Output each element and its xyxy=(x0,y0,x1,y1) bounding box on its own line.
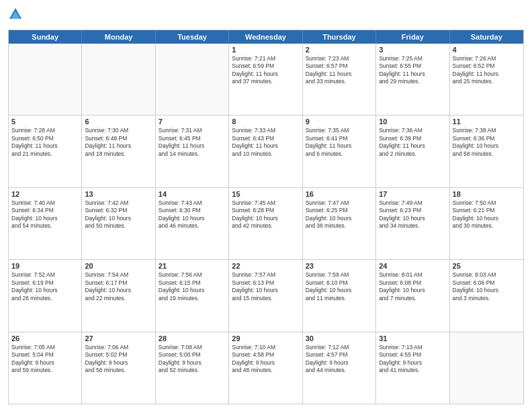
cal-cell: 12Sunrise: 7:40 AM Sunset: 6:34 PM Dayli… xyxy=(9,188,82,259)
cell-info: Sunrise: 7:56 AM Sunset: 6:15 PM Dayligh… xyxy=(159,271,226,302)
cal-cell: 18Sunrise: 7:50 AM Sunset: 6:21 PM Dayli… xyxy=(450,188,523,259)
cell-info: Sunrise: 7:25 AM Sunset: 6:55 PM Dayligh… xyxy=(379,55,446,86)
day-header-saturday: Saturday xyxy=(450,30,523,44)
cell-info: Sunrise: 7:10 AM Sunset: 4:58 PM Dayligh… xyxy=(232,344,299,375)
day-number: 9 xyxy=(306,118,373,126)
day-number: 26 xyxy=(11,334,79,342)
cal-cell: 17Sunrise: 7:49 AM Sunset: 6:23 PM Dayli… xyxy=(376,188,449,259)
cal-cell xyxy=(450,332,523,404)
cal-cell: 5Sunrise: 7:28 AM Sunset: 6:50 PM Daylig… xyxy=(9,116,82,187)
day-header-sunday: Sunday xyxy=(9,30,82,44)
cell-info: Sunrise: 7:13 AM Sunset: 4:55 PM Dayligh… xyxy=(379,344,446,375)
day-number: 15 xyxy=(232,190,299,198)
cell-info: Sunrise: 7:47 AM Sunset: 6:25 PM Dayligh… xyxy=(306,199,373,230)
day-number: 7 xyxy=(159,118,226,126)
cal-cell: 27Sunrise: 7:06 AM Sunset: 5:02 PM Dayli… xyxy=(82,332,155,404)
cal-cell: 23Sunrise: 7:59 AM Sunset: 6:10 PM Dayli… xyxy=(303,260,376,331)
day-number: 5 xyxy=(11,118,79,126)
cell-info: Sunrise: 7:38 AM Sunset: 6:36 PM Dayligh… xyxy=(453,127,521,158)
cal-cell xyxy=(9,44,82,115)
day-number: 3 xyxy=(379,46,446,54)
day-number: 10 xyxy=(379,118,446,126)
day-number: 29 xyxy=(232,334,299,342)
cal-cell: 28Sunrise: 7:08 AM Sunset: 5:00 PM Dayli… xyxy=(156,332,229,404)
cell-info: Sunrise: 7:50 AM Sunset: 6:21 PM Dayligh… xyxy=(453,199,521,230)
cell-info: Sunrise: 7:05 AM Sunset: 5:04 PM Dayligh… xyxy=(11,344,79,375)
cell-info: Sunrise: 7:21 AM Sunset: 6:59 PM Dayligh… xyxy=(232,55,299,86)
cal-cell: 8Sunrise: 7:33 AM Sunset: 6:43 PM Daylig… xyxy=(229,116,302,187)
cal-cell: 16Sunrise: 7:47 AM Sunset: 6:25 PM Dayli… xyxy=(303,188,376,259)
cal-row-4: 19Sunrise: 7:52 AM Sunset: 6:19 PM Dayli… xyxy=(9,260,523,332)
cell-info: Sunrise: 7:30 AM Sunset: 6:48 PM Dayligh… xyxy=(85,127,152,158)
cal-row-1: 1Sunrise: 7:21 AM Sunset: 6:59 PM Daylig… xyxy=(9,44,523,116)
cell-info: Sunrise: 8:01 AM Sunset: 6:08 PM Dayligh… xyxy=(379,271,446,302)
cal-cell: 1Sunrise: 7:21 AM Sunset: 6:59 PM Daylig… xyxy=(229,44,302,115)
calendar-body: 1Sunrise: 7:21 AM Sunset: 6:59 PM Daylig… xyxy=(9,44,523,404)
cal-cell xyxy=(82,44,155,115)
day-number: 30 xyxy=(306,334,373,342)
header xyxy=(8,7,524,24)
day-number: 18 xyxy=(453,190,521,198)
day-number: 31 xyxy=(379,334,446,342)
day-number: 14 xyxy=(159,190,226,198)
cell-info: Sunrise: 7:36 AM Sunset: 6:39 PM Dayligh… xyxy=(379,127,446,158)
day-header-tuesday: Tuesday xyxy=(156,30,229,44)
calendar: SundayMondayTuesdayWednesdayThursdayFrid… xyxy=(8,30,524,404)
day-number: 11 xyxy=(453,118,521,126)
cal-cell: 30Sunrise: 7:12 AM Sunset: 4:57 PM Dayli… xyxy=(303,332,376,404)
day-number: 27 xyxy=(85,334,152,342)
cal-row-3: 12Sunrise: 7:40 AM Sunset: 6:34 PM Dayli… xyxy=(9,188,523,260)
day-number: 22 xyxy=(232,262,299,270)
cal-cell: 25Sunrise: 8:03 AM Sunset: 6:06 PM Dayli… xyxy=(450,260,523,331)
cell-info: Sunrise: 7:31 AM Sunset: 6:45 PM Dayligh… xyxy=(159,127,226,158)
cal-cell: 11Sunrise: 7:38 AM Sunset: 6:36 PM Dayli… xyxy=(450,116,523,187)
logo xyxy=(8,7,26,24)
cell-info: Sunrise: 7:43 AM Sunset: 6:30 PM Dayligh… xyxy=(159,199,226,230)
day-number: 13 xyxy=(85,190,152,198)
day-number: 25 xyxy=(453,262,521,270)
cal-cell: 26Sunrise: 7:05 AM Sunset: 5:04 PM Dayli… xyxy=(9,332,82,404)
cell-info: Sunrise: 7:26 AM Sunset: 6:52 PM Dayligh… xyxy=(453,55,521,86)
cal-cell: 22Sunrise: 7:57 AM Sunset: 6:13 PM Dayli… xyxy=(229,260,302,331)
day-number: 6 xyxy=(85,118,152,126)
cal-cell: 21Sunrise: 7:56 AM Sunset: 6:15 PM Dayli… xyxy=(156,260,229,331)
cell-info: Sunrise: 7:06 AM Sunset: 5:02 PM Dayligh… xyxy=(85,344,152,375)
day-header-thursday: Thursday xyxy=(303,30,376,44)
page: SundayMondayTuesdayWednesdayThursdayFrid… xyxy=(0,0,532,411)
cell-info: Sunrise: 7:40 AM Sunset: 6:34 PM Dayligh… xyxy=(11,199,79,230)
cell-info: Sunrise: 7:12 AM Sunset: 4:57 PM Dayligh… xyxy=(306,344,373,375)
day-number: 19 xyxy=(11,262,79,270)
day-number: 17 xyxy=(379,190,446,198)
cal-row-5: 26Sunrise: 7:05 AM Sunset: 5:04 PM Dayli… xyxy=(9,332,523,404)
cell-info: Sunrise: 7:35 AM Sunset: 6:41 PM Dayligh… xyxy=(306,127,373,158)
logo-icon xyxy=(8,7,23,21)
day-number: 24 xyxy=(379,262,446,270)
cal-cell: 13Sunrise: 7:42 AM Sunset: 6:32 PM Dayli… xyxy=(82,188,155,259)
cal-cell: 6Sunrise: 7:30 AM Sunset: 6:48 PM Daylig… xyxy=(82,116,155,187)
cal-cell: 20Sunrise: 7:54 AM Sunset: 6:17 PM Dayli… xyxy=(82,260,155,331)
cal-cell: 2Sunrise: 7:23 AM Sunset: 6:57 PM Daylig… xyxy=(303,44,376,115)
cal-cell: 7Sunrise: 7:31 AM Sunset: 6:45 PM Daylig… xyxy=(156,116,229,187)
cal-cell: 15Sunrise: 7:45 AM Sunset: 6:28 PM Dayli… xyxy=(229,188,302,259)
day-number: 4 xyxy=(453,46,521,54)
cell-info: Sunrise: 7:45 AM Sunset: 6:28 PM Dayligh… xyxy=(232,199,299,230)
cell-info: Sunrise: 7:59 AM Sunset: 6:10 PM Dayligh… xyxy=(306,271,373,302)
day-number: 1 xyxy=(232,46,299,54)
cal-cell: 24Sunrise: 8:01 AM Sunset: 6:08 PM Dayli… xyxy=(376,260,449,331)
cal-row-2: 5Sunrise: 7:28 AM Sunset: 6:50 PM Daylig… xyxy=(9,116,523,187)
day-number: 12 xyxy=(11,190,79,198)
cal-cell xyxy=(156,44,229,115)
day-number: 8 xyxy=(232,118,299,126)
cal-cell: 19Sunrise: 7:52 AM Sunset: 6:19 PM Dayli… xyxy=(9,260,82,331)
cell-info: Sunrise: 7:33 AM Sunset: 6:43 PM Dayligh… xyxy=(232,127,299,158)
day-number: 2 xyxy=(306,46,373,54)
cal-cell: 10Sunrise: 7:36 AM Sunset: 6:39 PM Dayli… xyxy=(376,116,449,187)
cal-cell: 29Sunrise: 7:10 AM Sunset: 4:58 PM Dayli… xyxy=(229,332,302,404)
day-number: 20 xyxy=(85,262,152,270)
cell-info: Sunrise: 7:54 AM Sunset: 6:17 PM Dayligh… xyxy=(85,271,152,302)
day-header-friday: Friday xyxy=(376,30,449,44)
day-header-monday: Monday xyxy=(82,30,155,44)
cell-info: Sunrise: 7:28 AM Sunset: 6:50 PM Dayligh… xyxy=(11,127,79,158)
cell-info: Sunrise: 8:03 AM Sunset: 6:06 PM Dayligh… xyxy=(453,271,521,302)
cal-cell: 3Sunrise: 7:25 AM Sunset: 6:55 PM Daylig… xyxy=(376,44,449,115)
